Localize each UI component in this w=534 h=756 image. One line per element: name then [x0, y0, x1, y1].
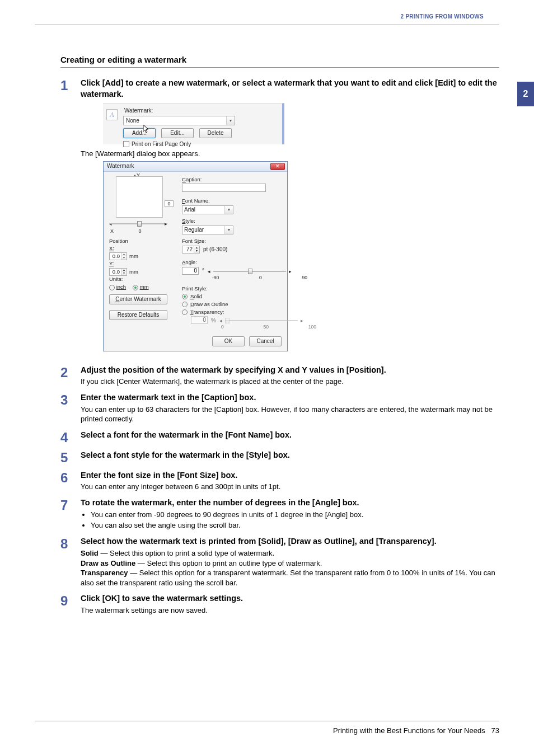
angle-mid: 0 [259, 275, 262, 281]
step-number: 3 [60, 392, 81, 424]
screenshot-watermark-dialog: Watermark ✕ ▴ Y 0 ◂ [103, 161, 288, 351]
angle-degree: ° [202, 267, 204, 275]
step-8-outline: Draw as Outline — Select this option to … [81, 558, 499, 569]
step-4: 4 Select a font for the watermark in the… [60, 430, 499, 444]
step-4-head: Select a font for the watermark in the [… [81, 430, 499, 441]
step-1-head: Click [Add] to create a new watermark, o… [81, 78, 499, 100]
chevron-down-icon: ▾ [224, 226, 233, 234]
step-7-bullet-2: You can also set the angle using the scr… [91, 520, 499, 530]
axis-x-label: X [110, 228, 114, 234]
step-2-head: Adjust the position of the watermark by … [81, 365, 499, 376]
unit-inch-radio[interactable] [109, 285, 115, 290]
chapter-header: 2 PRINTING FROM WINDOWS [0, 13, 534, 24]
unit-mm-radio[interactable] [133, 285, 138, 290]
unit-mm-label: mm [140, 284, 149, 290]
watermark-dropdown-label: Watermark: [124, 107, 282, 115]
axis-x-zero: 0 [139, 228, 142, 234]
print-first-page-label: Print on First Page Only [132, 140, 191, 148]
step-number: 6 [60, 470, 81, 492]
page-content: Creating or editing a watermark 1 Click … [60, 55, 499, 621]
step-8-head: Select how the watermark text is printed… [81, 536, 499, 547]
chapter-side-tab: 2 [517, 82, 534, 106]
step-number: 5 [60, 450, 81, 464]
edit-button[interactable]: Edit... [161, 128, 194, 138]
angle-max: 90 [302, 275, 307, 281]
pos-x-label: X: [109, 245, 167, 252]
angle-label: Angle: [182, 259, 322, 266]
ok-button[interactable]: OK [212, 336, 245, 346]
pos-x-unit: mm [129, 253, 138, 260]
step-8-solid: Solid — Select this option to print a so… [81, 548, 499, 558]
section-title: Creating or editing a watermark [60, 55, 499, 68]
trans-50: 50 [264, 324, 269, 330]
slider-right-arrow-icon: ▸ [165, 220, 167, 227]
watermark-dropdown-value: None [126, 118, 139, 124]
pos-y-unit: mm [129, 269, 138, 276]
step-3-head: Enter the watermark text in the [Caption… [81, 392, 499, 403]
step-7-bullet-1: You can enter from -90 degrees to 90 deg… [91, 510, 499, 520]
step-9: 9 Click [OK] to save the watermark setti… [60, 593, 499, 615]
angle-input[interactable]: 0 [182, 267, 199, 275]
step-5-head: Select a font style for the watermark in… [81, 450, 499, 461]
watermark-icon [106, 109, 118, 120]
fontname-dropdown[interactable]: Arial▾ [182, 205, 233, 214]
print-first-page-checkbox[interactable] [123, 141, 129, 147]
outline-label: Draw as Outline [190, 301, 228, 308]
transparency-slider[interactable]: ◂▸ [219, 317, 303, 324]
position-label: Position [109, 238, 167, 245]
solid-label: Solid [190, 293, 202, 300]
dialog-title: Watermark [107, 162, 134, 170]
step-7-head: To rotate the watermark, enter the numbe… [81, 497, 499, 509]
caption-label: Caption: [182, 176, 322, 184]
add-button[interactable]: Add... [123, 128, 156, 138]
step-6: 6 Enter the font size in the [Font Size]… [60, 470, 499, 492]
step-number: 2 [60, 365, 81, 387]
step-number: 1 [60, 78, 81, 359]
x-slider[interactable]: ◂ ▸ [109, 221, 167, 227]
transparency-radio[interactable] [182, 309, 188, 315]
transparency-pct: % [211, 317, 216, 325]
cancel-button[interactable]: Cancel [249, 336, 282, 346]
step-number: 4 [60, 430, 81, 444]
pos-x-input[interactable]: 0.0▴▾ [109, 252, 127, 260]
transparency-input[interactable]: 0 [191, 316, 208, 324]
step-6-note: You can enter any integer between 6 and … [81, 482, 499, 492]
units-label: Units: [109, 276, 167, 283]
page-number: 73 [491, 726, 499, 735]
trans-100: 100 [308, 324, 316, 330]
style-label: Style: [182, 218, 322, 225]
step-1: 1 Click [Add] to create a new watermark,… [60, 78, 499, 359]
step-number: 7 [60, 497, 81, 531]
restore-defaults-button[interactable]: Restore Defaults [109, 310, 167, 320]
fontsize-unit: pt (6-300) [203, 246, 227, 253]
header-rule [35, 25, 499, 25]
step-1-caption: The [Watermark] dialog box appears. [81, 149, 499, 159]
solid-radio[interactable] [182, 294, 188, 299]
caption-input[interactable] [182, 184, 266, 192]
delete-button[interactable]: Delete [199, 128, 232, 138]
center-watermark-button[interactable]: Center Watermark [109, 294, 167, 304]
screenshot-watermark-panel: Watermark: None ▾ Add... Edit... Delete … [103, 103, 284, 144]
close-icon[interactable]: ✕ [270, 163, 285, 170]
pos-y-label: Y: [109, 260, 167, 267]
printstyle-label: Print Style: [182, 285, 322, 293]
angle-slider[interactable]: ◂▸ [208, 268, 292, 275]
step-9-head: Click [OK] to save the watermark setting… [81, 593, 499, 604]
step-3-note: You can enter up to 63 characters for th… [81, 405, 499, 424]
watermark-dropdown[interactable]: None ▾ [123, 116, 235, 125]
step-8-transparency: Transparency — Select this option for a … [81, 568, 499, 588]
step-7: 7 To rotate the watermark, enter the num… [60, 497, 499, 531]
step-9-note: The watermark settings are now saved. [81, 605, 499, 616]
style-dropdown[interactable]: Regular▾ [182, 226, 233, 234]
step-2: 2 Adjust the position of the watermark b… [60, 365, 499, 387]
outline-radio[interactable] [182, 302, 188, 307]
pos-y-input[interactable]: 0.0▴▾ [109, 268, 127, 276]
step-6-head: Enter the font size in the [Font Size] b… [81, 470, 499, 481]
transparency-label: Transparency: [190, 309, 224, 316]
chevron-down-icon: ▾ [226, 116, 235, 125]
fontsize-input[interactable]: 72▴▾ [182, 246, 200, 253]
trans-0: 0 [221, 324, 224, 330]
page-footer: Printing with the Best Functions for You… [333, 726, 499, 735]
watermark-preview: 0 [116, 176, 163, 218]
preview-zero: 0 [165, 200, 174, 207]
